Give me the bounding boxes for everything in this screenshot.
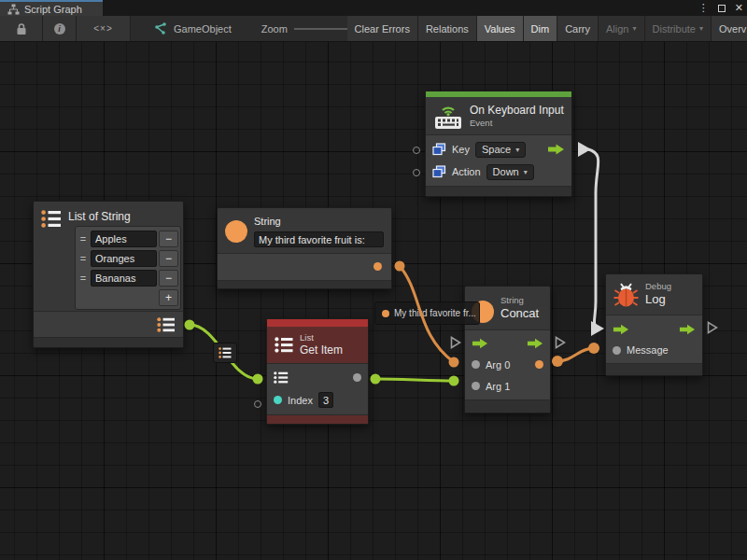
remove-item-button[interactable]: − [159,270,178,287]
align-dropdown[interactable]: Align▾ [599,16,644,41]
unconnected-flow-input[interactable] [450,336,461,349]
key-port-label: Key [452,144,470,155]
node-title: Concat [500,306,539,321]
flow-input-port[interactable] [472,338,488,349]
unconnected-port[interactable] [413,147,420,154]
info-icon: i [54,23,65,35]
clear-errors-button[interactable]: Clear Errors [347,16,418,41]
script-graph-window: Script Graph ⋮ ✕ i <×> GameObject Zoom 1… [0,0,747,560]
node-on-keyboard-input[interactable]: On Keyboard Input Event Key Space▾ Actio… [425,91,572,197]
chevron-down-icon: ▾ [524,168,528,176]
action-dropdown[interactable]: Down▾ [486,164,534,180]
graph-toolbar: i <×> GameObject Zoom 1x Clear Errors Re… [0,16,747,42]
flow-output-port[interactable] [547,144,565,155]
remove-item-button[interactable]: − [159,250,178,267]
window-menu-icon[interactable]: ⋮ [698,3,709,13]
node-string-literal[interactable]: String My third favorite fruit is: [217,207,392,289]
tab-script-graph[interactable]: Script Graph [0,0,103,16]
index-value-field[interactable]: 3 [318,392,333,408]
flow-output-port[interactable] [679,324,696,335]
arg1-label: Arg 1 [486,381,510,392]
unconnected-flow-output[interactable] [707,321,718,334]
list-item-field[interactable]: Oranges [91,250,157,267]
list-item-field[interactable]: Bananas [91,270,157,287]
tooltip-text: My third favorite fr... [394,308,476,318]
arg1-input-port[interactable] [472,382,480,390]
list-item-field[interactable]: Apples [91,231,157,247]
distribute-dropdown[interactable]: Distribute▾ [645,16,712,41]
drag-handle-icon[interactable]: = [78,233,89,245]
node-subtitle: Event [470,118,564,129]
unconnected-port[interactable] [413,169,420,176]
graph-canvas[interactable]: On Keyboard Input Event Key Space▾ Actio… [0,42,747,560]
node-get-item[interactable]: List Get Item Index 3 [266,318,369,425]
overview-button[interactable]: Overv [712,16,747,41]
node-title: String [254,216,384,229]
tab-title: Script Graph [24,4,82,15]
drag-handle-icon[interactable]: = [78,273,89,284]
wire-green-item[interactable] [371,374,459,386]
bug-icon [613,281,639,308]
unconnected-flow-output[interactable] [555,336,566,349]
keyboard-icon [433,102,463,130]
node-footer [606,364,702,375]
graph-context[interactable]: GameObject [144,16,241,41]
node-debug-log[interactable]: Debug Log Message [605,273,703,376]
drag-handle-icon[interactable]: = [78,253,89,264]
chevron-down-icon: ▾ [515,146,519,154]
maximize-icon[interactable] [718,5,726,12]
remove-item-button[interactable]: − [159,231,178,247]
chevron-down-icon: ▾ [699,24,703,33]
inspect-button[interactable]: i [43,16,77,41]
result-output-port[interactable] [535,360,543,369]
preview-code-button[interactable]: <×> [77,16,131,41]
node-footer [34,337,183,347]
node-category: Debug [645,281,671,292]
list-input-port[interactable] [274,371,289,384]
relations-button[interactable]: Relations [418,16,477,41]
chevron-down-icon: ▾ [633,24,637,33]
string-output-port[interactable] [374,262,382,271]
message-input-port[interactable] [613,346,621,355]
tab-bar: Script Graph ⋮ ✕ [0,0,747,16]
index-input-port[interactable] [274,396,282,404]
code-icon: <×> [93,23,113,34]
close-icon[interactable]: ✕ [735,3,743,13]
enum-icon [432,165,446,178]
node-footer [465,400,550,413]
list-output-port[interactable] [157,317,176,332]
list-item-row: = Oranges − [78,249,178,268]
list-editor: = Apples − = Oranges − = Bananas − + [75,226,181,310]
node-list-of-string[interactable]: List of String = Apples − = Oranges − = [33,201,184,348]
arg0-label: Arg 0 [486,359,510,371]
gameobject-icon [153,21,167,35]
flow-output-port[interactable] [527,338,543,349]
value-preview-tooltip: My third favorite fr... [374,301,480,325]
carry-toggle[interactable]: Carry [557,16,599,41]
node-category: List [300,332,343,343]
node-category: String [500,295,539,306]
wire-start-arrow[interactable] [578,142,591,157]
node-footer [218,281,391,288]
wire-white-flow[interactable] [578,142,604,336]
values-toggle[interactable]: Values [477,16,524,41]
lock-button[interactable] [0,16,43,41]
error-color-strip [267,319,368,327]
enum-icon [432,143,446,156]
node-title: On Keyboard Input [470,104,564,118]
item-output-port[interactable] [353,373,361,382]
wire-end-arrow[interactable] [591,321,604,336]
key-dropdown[interactable]: Space▾ [475,142,526,158]
arg0-input-port[interactable] [472,360,480,369]
action-port-label: Action [452,166,481,177]
add-item-button[interactable]: + [159,289,178,306]
flow-input-port[interactable] [613,324,629,335]
list-icon [218,347,232,358]
list-value-preview [213,343,237,363]
node-footer [267,415,368,424]
unconnected-port[interactable] [254,400,261,408]
dim-toggle[interactable]: Dim [524,16,558,41]
list-icon [275,337,293,353]
gameobject-label: GameObject [174,23,232,35]
string-value-field[interactable]: My third favorite fruit is: [254,231,384,247]
